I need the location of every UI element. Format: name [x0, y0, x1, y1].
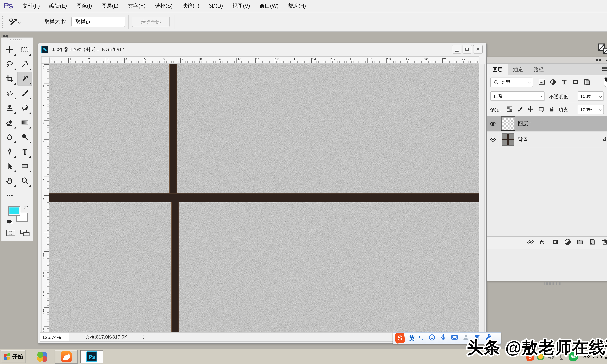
menu-item-s[interactable]: 选择(S): [150, 0, 177, 12]
lock-artboard-button[interactable]: [538, 106, 544, 114]
current-tool-button[interactable]: [9, 16, 26, 28]
sogou-logo-icon[interactable]: S: [395, 333, 405, 344]
shape-tool[interactable]: [17, 159, 32, 173]
menu-item-v[interactable]: 视图(V): [228, 0, 255, 12]
patch-tool[interactable]: [2, 86, 17, 101]
more-tool[interactable]: [2, 188, 17, 202]
layer-name[interactable]: 背景: [518, 136, 528, 143]
sample-size-dropdown[interactable]: 取样点: [71, 17, 125, 27]
tab-路径[interactable]: 路径: [528, 64, 549, 75]
ime-language-toggle[interactable]: 英: [409, 334, 415, 342]
panel-menu-icon[interactable]: [602, 67, 607, 71]
path-select-tool[interactable]: [2, 159, 17, 173]
add-mask-button[interactable]: [552, 238, 559, 247]
filter-toggle-switch[interactable]: [604, 77, 607, 87]
options-grip[interactable]: [2, 16, 3, 28]
brush-tool[interactable]: [17, 86, 32, 101]
document-titlebar[interactable]: Ps 3.jpg @ 126% (图层 1, RGB/8#) * ✕: [38, 43, 486, 56]
layer-row-图层 1[interactable]: 图层 1: [487, 116, 607, 132]
vertical-scrollbar[interactable]: [480, 64, 485, 333]
hand-tool[interactable]: [2, 174, 17, 188]
tab-图层[interactable]: 图层: [487, 64, 508, 75]
pixel-layer-filter-button[interactable]: [538, 79, 545, 87]
lock-all-button[interactable]: [549, 106, 555, 114]
filter-type-dropdown[interactable]: 类型: [490, 78, 533, 87]
zoom-level-field[interactable]: 125.74%: [40, 333, 69, 341]
arrange-documents-icon[interactable]: [597, 43, 607, 54]
doc-close-button[interactable]: ✕: [473, 45, 483, 53]
layer-style-fx-button[interactable]: [539, 238, 546, 247]
ime-microphone-button[interactable]: [439, 334, 447, 342]
collapse-panel-icon[interactable]: ◀◀: [595, 57, 601, 62]
taskbar-uc-browser[interactable]: [55, 350, 78, 364]
toolbar-grip[interactable]: [10, 39, 24, 40]
new-group-button[interactable]: [577, 238, 583, 247]
adjustment-layer-filter-button[interactable]: [550, 79, 556, 87]
type-tool[interactable]: [17, 144, 32, 159]
doc-maximize-button[interactable]: [462, 45, 472, 53]
zoom-tool[interactable]: [17, 174, 32, 188]
crop-tool[interactable]: [2, 72, 17, 86]
gradient-tool[interactable]: [17, 115, 32, 130]
canvas[interactable]: [49, 64, 479, 333]
link-layers-button[interactable]: [527, 238, 534, 247]
layer-name[interactable]: 图层 1: [518, 120, 532, 127]
lock-pixels-button[interactable]: [517, 106, 523, 114]
menu-item-i[interactable]: 图像(I): [72, 0, 97, 12]
eyedropper-tool[interactable]: [17, 72, 32, 86]
menu-item-h[interactable]: 帮助(H): [283, 0, 311, 12]
horizontal-ruler[interactable]: 01234567891011121314151617181920212223: [49, 56, 479, 64]
blend-mode-dropdown[interactable]: 正常: [490, 91, 545, 101]
blur-tool[interactable]: [2, 130, 17, 144]
dodge-tool[interactable]: [17, 130, 32, 144]
ime-punctuation-toggle[interactable]: '，: [419, 335, 424, 342]
collapse-panel-dock-icon[interactable]: ◀◀: [607, 34, 607, 38]
lock-position-button[interactable]: [527, 106, 534, 114]
menu-item-f[interactable]: 文件(F): [18, 0, 45, 12]
ime-emoji-smiley-button[interactable]: [428, 334, 435, 342]
quick-launch-app-icon[interactable]: [35, 350, 50, 363]
opacity-dropdown[interactable]: 100%: [578, 91, 604, 101]
default-colors-icon[interactable]: [7, 220, 13, 225]
move-tool[interactable]: [2, 43, 17, 57]
layer-thumbnail[interactable]: [502, 117, 514, 130]
panel-resize-grip[interactable]: [545, 282, 561, 285]
fill-dropdown[interactable]: 100%: [578, 105, 604, 114]
close-panel-icon[interactable]: ✕: [606, 57, 607, 62]
swap-colors-icon[interactable]: ⇄: [24, 205, 28, 210]
shape-layer-filter-button[interactable]: [572, 79, 579, 87]
visibility-toggle[interactable]: [487, 116, 499, 131]
start-button[interactable]: 开始: [1, 350, 26, 363]
layer-thumbnail[interactable]: [502, 133, 514, 146]
menu-item-l[interactable]: 图层(L): [97, 0, 123, 12]
layers-panel-header[interactable]: ◀◀ ✕: [487, 57, 607, 64]
doc-minimize-button[interactable]: [452, 45, 462, 53]
eraser-tool[interactable]: [2, 115, 17, 130]
new-adjustment-button[interactable]: [564, 238, 571, 247]
pen-tool[interactable]: [2, 144, 17, 159]
taskbar-photoshop[interactable]: Ps: [80, 350, 104, 364]
delete-layer-button[interactable]: [601, 238, 607, 247]
clone-stamp-tool[interactable]: [2, 101, 17, 115]
clear-all-button[interactable]: 清除全部: [132, 17, 170, 27]
magic-wand-tool[interactable]: [17, 57, 32, 71]
visibility-toggle[interactable]: [487, 132, 499, 147]
tab-通道[interactable]: 通道: [508, 64, 528, 75]
menu-item-dd[interactable]: 3D(D): [204, 0, 228, 12]
marquee-tool[interactable]: [17, 43, 32, 57]
vertical-ruler[interactable]: 01234567891 01 11 21 31 4: [41, 64, 49, 333]
layer-row-背景[interactable]: 背景: [487, 132, 607, 147]
lasso-tool[interactable]: [2, 57, 17, 71]
menu-item-y[interactable]: 文字(Y): [123, 0, 150, 12]
quick-mask-mode-button[interactable]: [6, 230, 15, 236]
status-expand-arrow[interactable]: 〉: [143, 334, 147, 340]
menu-item-w[interactable]: 窗口(W): [255, 0, 283, 12]
screen-mode-button[interactable]: [20, 230, 30, 236]
history-brush-tool[interactable]: [17, 101, 32, 115]
new-layer-button[interactable]: [589, 238, 596, 247]
smart-object-filter-button[interactable]: [583, 79, 590, 87]
type-layer-filter-button[interactable]: [561, 79, 568, 87]
ime-keyboard-button[interactable]: [451, 334, 458, 342]
foreground-color-swatch[interactable]: [8, 206, 20, 216]
lock-transparency-button[interactable]: [506, 106, 513, 114]
